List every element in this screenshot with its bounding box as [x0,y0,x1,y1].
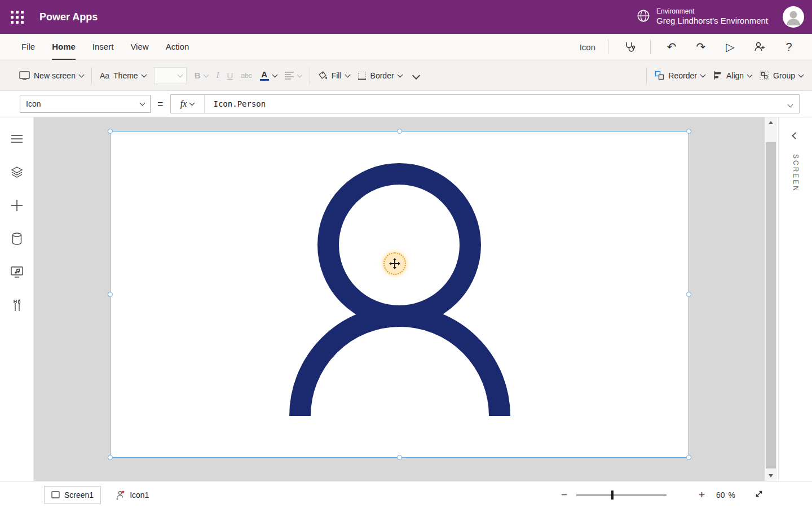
chevron-down-icon [798,72,804,77]
font-color-icon: A [260,70,269,81]
selection-handle-s[interactable] [397,455,402,460]
new-screen-label: New screen [34,71,76,80]
environment-label: Environment [656,7,768,16]
font-color-button[interactable]: A [260,70,277,81]
selection-handle-ne[interactable] [686,129,691,134]
zoom-slider[interactable] [576,494,667,496]
menu-item-view[interactable]: View [130,34,148,60]
chevron-down-icon [747,72,753,77]
screen1-tab-label: Screen1 [64,491,94,500]
menu-item-file[interactable]: File [21,34,35,60]
menu-item-action[interactable]: Action [166,34,189,60]
status-bar: Screen1 Icon1 − + 60 % [0,481,812,508]
data-sources-icon[interactable] [5,226,29,251]
menu-bar: File Home Insert View Action Icon ↶ ↷ ▷ … [0,34,812,60]
avatar[interactable] [783,6,804,28]
formula-text[interactable]: Icon.Person [205,99,788,108]
expand-panel-chevron-icon[interactable] [792,132,799,139]
share-person-add-icon[interactable] [751,38,768,55]
underline-button[interactable]: U [227,71,233,80]
selection-handle-se[interactable] [686,455,691,460]
align-lines-icon [285,72,294,80]
selection-handle-w[interactable] [108,292,113,297]
screen1-tab[interactable]: Screen1 [44,486,101,504]
divider [310,67,310,84]
scrollbar-thumb[interactable] [766,142,776,468]
strikethrough-button[interactable]: abc [241,72,251,80]
fill-label: Fill [332,71,342,80]
undo-icon[interactable]: ↶ [663,38,680,55]
scrollbar-down-arrow[interactable] [765,471,777,481]
hamburger-expand-icon[interactable] [5,126,29,151]
chevron-down-icon [204,72,209,77]
selection-handle-e[interactable] [686,292,691,297]
preview-play-icon[interactable]: ▷ [722,38,739,55]
design-canvas[interactable] [34,117,765,481]
waffle-grid [11,11,24,24]
environment-picker[interactable]: Environment Greg Lindhorst's Environment [636,7,768,27]
chevron-down-icon [297,72,302,77]
advanced-tools-icon[interactable] [5,293,29,318]
person-icon[interactable] [111,132,689,457]
divider [91,67,92,84]
zoom-slider-handle[interactable] [611,491,614,500]
reorder-button[interactable]: Reorder [655,71,705,80]
screen-icon [51,491,60,498]
new-screen-button[interactable]: New screen [19,71,83,80]
font-size-dropdown[interactable] [154,67,187,84]
bold-button[interactable]: B [195,71,209,80]
selected-control-label: Icon [580,42,595,52]
zoom-percentage: 60 % [716,491,735,500]
waffle-menu-icon[interactable] [0,0,34,34]
divider [646,67,647,84]
selection-handle-n[interactable] [397,129,402,134]
scrollbar-up-arrow[interactable] [765,117,777,128]
help-icon[interactable]: ? [780,38,797,55]
fill-button[interactable]: Fill [318,71,350,80]
chevron-down-icon [272,72,277,77]
more-commands-chevron-icon[interactable] [412,71,420,79]
tree-view-layers-icon[interactable] [5,160,29,185]
fx-dropdown[interactable]: fx [171,95,205,113]
selection-handle-sw[interactable] [108,455,113,460]
divider [650,40,651,54]
icon1-tab[interactable]: Icon1 [116,486,149,504]
divider [608,40,608,54]
group-button[interactable]: Group [760,71,803,80]
chevron-down-icon [189,100,195,106]
zoom-value: 60 [716,491,725,500]
formula-input[interactable]: fx Icon.Person [170,94,800,113]
menu-item-home[interactable]: Home [52,34,76,60]
formula-expand-chevron-icon[interactable] [788,99,799,109]
property-dropdown[interactable]: Icon [20,95,151,113]
left-rail [0,117,34,481]
screen1-artboard[interactable] [111,132,689,457]
icon1-tab-label: Icon1 [130,491,149,500]
zoom-out-button[interactable]: − [561,489,567,501]
icon-control-glyph [116,490,126,500]
chevron-down-icon [141,72,147,77]
insert-plus-icon[interactable] [5,193,29,218]
zoom-unit: % [729,491,735,500]
fit-to-window-icon[interactable] [754,489,764,501]
group-label: Group [773,71,795,80]
theme-label: Theme [113,71,138,80]
italic-button[interactable]: I [216,71,219,80]
border-button[interactable]: Border [358,71,402,80]
theme-button[interactable]: Aa Theme [100,71,146,80]
theme-aa-icon: Aa [100,71,109,80]
align-label: Align [726,71,744,80]
selection-handle-nw[interactable] [108,129,113,134]
align-button[interactable]: Align [713,71,752,80]
ribbon-toolbar: New screen Aa Theme B I U abc A Fill Bor… [0,60,812,91]
app-header: Power Apps Environment Greg Lindhorst's … [0,0,812,34]
app-title: Power Apps [39,11,98,23]
menu-item-insert[interactable]: Insert [92,34,114,60]
chevron-down-icon [140,100,145,106]
redo-icon[interactable]: ↷ [692,38,709,55]
zoom-in-button[interactable]: + [699,489,705,501]
canvas-scrollbar[interactable] [765,117,777,481]
media-icon[interactable] [5,260,29,284]
app-checker-icon[interactable] [621,38,638,55]
text-align-button[interactable] [285,72,302,80]
